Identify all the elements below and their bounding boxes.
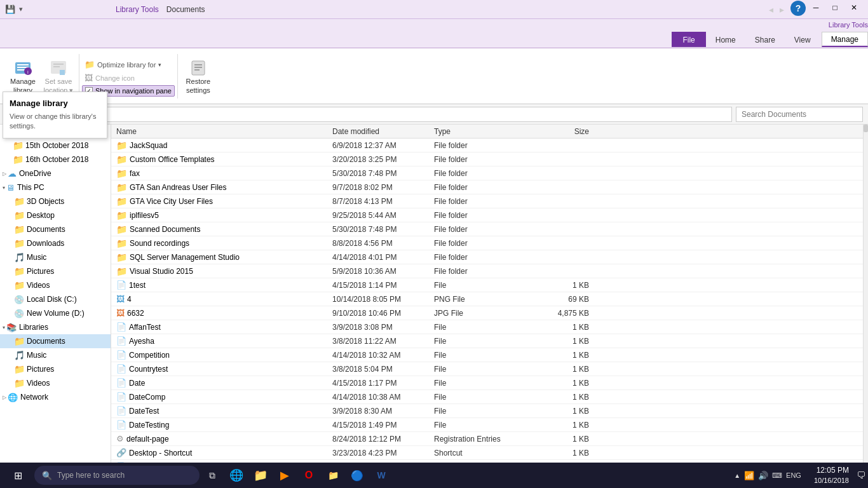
nav-arrows: ◂ ▸ [764,1,789,18]
sidebar-item-lib-documents[interactable]: 📁 Documents [0,334,111,348]
table-row[interactable]: 📄AffanTest 3/9/2018 3:08 PM File 1 KB [111,320,863,334]
file-type-cell: File folder [429,155,543,164]
tray-network-icon[interactable]: 📶 [744,471,754,480]
sidebar-item-downloads[interactable]: 📁 Downloads [0,236,111,250]
tab-view[interactable]: View [785,32,820,47]
sidebar-item-onedrive[interactable]: ▷ ☁ OneDrive [0,166,111,180]
tab-file[interactable]: File [672,32,705,47]
start-button[interactable]: ⊞ [3,463,33,488]
table-row[interactable]: 📁JackSquad 6/9/2018 12:37 AM File folder [111,139,863,152]
sidebar-item-pictures[interactable]: 📁 Pictures [0,264,111,278]
address-input[interactable] [28,107,733,122]
sidebar-item-lib-videos[interactable]: 📁 Videos [0,376,111,390]
change-icon-button[interactable]: 🖼 Change icon [82,72,175,85]
sidebar-item-lib-pictures[interactable]: 📁 Pictures [0,362,111,376]
sidebar-item-3dobjects[interactable]: 📁 3D Objects [0,194,111,208]
table-row[interactable]: 🔗Desktop - Shortcut 3/23/2018 4:23 PM Sh… [111,446,863,460]
file-name-text: Countrytest [129,365,168,374]
sidebar-item-new-volume[interactable]: 💿 New Volume (D:) [0,306,111,320]
table-row[interactable]: 📄1test 4/15/2018 1:14 PM File 1 KB [111,278,863,292]
file-name-cell: ⚙default-page [111,434,327,444]
sidebar-item-libraries[interactable]: ▾ 📚 Libraries [0,320,111,334]
optimize-library-button[interactable]: 📁 Optimize library for ▾ [82,58,175,71]
search-input[interactable] [736,107,863,122]
file-date-cell: 10/14/2018 8:05 PM [327,295,429,304]
file-name-text: Competition [129,351,170,360]
manage-library-button[interactable]: i Managelibrary [5,56,41,95]
back-arrow[interactable]: ◂ [766,3,776,16]
col-header-type[interactable]: Type [429,127,543,136]
help-button[interactable]: ? [790,1,806,16]
table-row[interactable]: 📄DateTest 3/9/2018 8:30 AM File 1 KB [111,404,863,418]
sidebar-item-network[interactable]: ▷ 🌐 Network [0,390,111,404]
sidebar-label: Music [27,351,46,360]
sidebar-item-16oct[interactable]: 📁 16th October 2018 [0,152,111,166]
taskbar-time[interactable]: 12:05 PM 10/16/2018 [809,465,854,485]
file-type-cell: File [429,351,543,360]
table-row[interactable]: 🖼6632 9/10/2018 10:46 PM JPG File 4,875 … [111,306,863,320]
taskbar-chrome-icon[interactable]: 🔵 [346,464,369,487]
table-row[interactable]: 🖼4 10/14/2018 8:05 PM PNG File 69 KB [111,292,863,306]
sidebar-item-desktop[interactable]: 📁 Desktop [0,208,111,222]
taskbar-edge-icon[interactable]: 🌐 [225,464,248,487]
scrollbar[interactable]: ▾ [863,125,868,482]
table-row[interactable]: 📁Sound recordings 8/8/2018 4:56 PM File … [111,236,863,250]
table-row[interactable]: 📁GTA San Andreas User Files 9/7/2018 8:0… [111,180,863,194]
table-row[interactable]: 📄Competition 4/14/2018 10:32 AM File 1 K… [111,348,863,362]
table-row[interactable]: 📁Scanned Documents 5/30/2018 7:48 PM Fil… [111,222,863,236]
file-name-cell: 📄Countrytest [111,364,327,374]
folder-icon: 📁 [116,210,127,220]
table-row[interactable]: 📄DateTesting 4/15/2018 1:49 PM File 1 KB [111,418,863,432]
minimize-button[interactable]: ─ [807,1,825,15]
tray-volume-icon[interactable]: 🔊 [758,471,768,480]
sidebar-label: Network [20,393,48,402]
sidebar-item-music[interactable]: 🎵 Music [0,250,111,264]
chevron-icon: ▾ [3,325,5,330]
sidebar-item-15oct[interactable]: 📁 15th October 2018 [0,139,111,152]
folder-music-icon: 🎵 [14,252,24,262]
table-row[interactable]: 📄Date 4/15/2018 1:17 PM File 1 KB [111,376,863,390]
col-header-name[interactable]: Name [111,127,327,136]
taskbar-search[interactable]: 🔍 Type here to search [34,466,200,485]
restore-settings-button[interactable]: Restoresettings [180,56,216,95]
taskbar-fm-icon[interactable]: 📁 [322,464,344,487]
file-name-cell: 📁iplfilesv5 [111,210,327,220]
notification-icon[interactable]: 🗨 [857,470,865,480]
set-save-location-button[interactable]: Set savelocation ▾ [41,56,76,95]
sidebar-item-videos[interactable]: 📁 Videos [0,278,111,292]
table-row[interactable]: 📁GTA Vice City User Files 8/7/2018 4:13 … [111,194,863,208]
taskbar-opera-icon[interactable]: O [297,464,320,487]
tab-home[interactable]: Home [706,32,745,47]
tray-lang-label[interactable]: ENG [786,471,801,479]
taskbar-vlc-icon[interactable]: ▶ [273,464,296,487]
col-header-size[interactable]: Size [543,127,594,136]
table-row[interactable]: 📁iplfilesv5 9/25/2018 5:44 AM File folde… [111,208,863,222]
sidebar-item-local-disk[interactable]: 💿 Local Disk (C:) [0,292,111,306]
quick-access-dropdown[interactable]: ▾ [19,5,23,13]
maximize-button[interactable]: □ [826,1,844,15]
table-row[interactable]: 📄DateComp 4/14/2018 10:38 AM File 1 KB [111,390,863,404]
sidebar-item-lib-music[interactable]: 🎵 Music [0,348,111,362]
table-row[interactable]: 📁Custom Office Templates 3/20/2018 3:25 … [111,152,863,166]
tab-share[interactable]: Share [745,32,785,47]
col-header-date[interactable]: Date modified [327,127,429,136]
table-row[interactable]: 📁Visual Studio 2015 5/9/2018 10:36 AM Fi… [111,264,863,278]
table-row[interactable]: 📁SQL Server Management Studio 4/14/2018 … [111,250,863,264]
png-icon: 🖼 [116,294,125,304]
tab-manage[interactable]: Manage [822,32,868,47]
taskbar-explorer-icon[interactable]: 📁 [249,464,272,487]
table-row[interactable]: ⚙default-page 8/24/2018 12:12 PM Registr… [111,432,863,446]
scroll-thumb[interactable] [864,125,868,132]
forward-arrow[interactable]: ▸ [777,3,787,16]
sidebar-item-thispc[interactable]: ▾ 🖥 This PC [0,180,111,194]
close-button[interactable]: ✕ [845,1,863,15]
table-row[interactable]: 📄Countrytest 3/8/2018 5:04 PM File 1 KB [111,362,863,376]
file-name-cell: 📄AffanTest [111,322,327,332]
task-view-button[interactable]: ⧉ [201,464,224,487]
tray-expand-icon[interactable]: ▲ [734,472,740,479]
sidebar-item-documents[interactable]: 📁 Documents [0,222,111,236]
quick-access-save-icon[interactable]: 💾 [5,4,15,14]
taskbar-word-icon[interactable]: W [370,464,393,487]
table-row[interactable]: 📄Ayesha 3/8/2018 11:22 AM File 1 KB [111,334,863,348]
table-row[interactable]: 📁fax 5/30/2018 7:48 PM File folder [111,166,863,180]
